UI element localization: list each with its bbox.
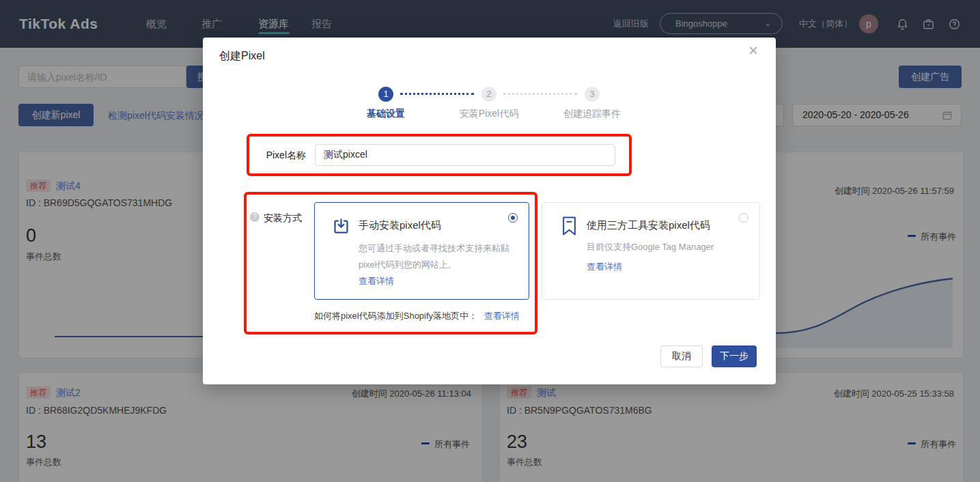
- bookmark-icon: [561, 216, 578, 236]
- step-3-label: 创建追踪事件: [544, 108, 640, 120]
- view-details-link[interactable]: 查看详情: [359, 275, 394, 287]
- step-2-label: 安装Pixel代码: [441, 108, 537, 120]
- pixel-name-input[interactable]: [315, 144, 615, 166]
- option-desc: pixel代码到您的网站上。: [359, 259, 457, 271]
- app-root: TikTok Ads 概览 推广 资源库 报告 返回旧版 Bingoshoppe…: [0, 0, 980, 482]
- close-icon[interactable]: ×: [748, 41, 758, 60]
- shopify-details-link[interactable]: 查看详情: [484, 311, 520, 321]
- step-1-circle: 1: [378, 87, 393, 102]
- next-button[interactable]: 下一步: [712, 345, 757, 367]
- install-method-label: 安装方式: [264, 212, 302, 225]
- view-details-link[interactable]: 查看详情: [587, 261, 622, 273]
- option-desc: 您可通过手动或者寻找技术支持来粘贴: [359, 242, 509, 255]
- question-mark-icon[interactable]: ?: [250, 212, 260, 222]
- step-connector-active: [400, 93, 474, 95]
- step-3-circle: 3: [585, 87, 600, 102]
- shopify-hint: 如何将pixel代码添加到Shopify落地页中： 查看详情: [314, 310, 520, 322]
- install-option-third-party[interactable]: 使用三方工具安装pixel代码 目前仅支持Google Tag Manager …: [542, 202, 760, 300]
- cancel-button[interactable]: 取消: [660, 345, 703, 367]
- option-title: 手动安装pixel代码: [359, 219, 441, 232]
- option-title: 使用三方工具安装pixel代码: [587, 219, 710, 232]
- shopify-hint-text: 如何将pixel代码添加到Shopify落地页中：: [314, 311, 477, 321]
- step-2-circle: 2: [481, 87, 496, 102]
- radio-selected[interactable]: [508, 213, 518, 223]
- create-pixel-modal: 创建Pixel × 1 2 3 基础设置 安装Pixel代码 创建追踪事件 Pi…: [203, 38, 776, 384]
- radio-unselected[interactable]: [739, 213, 748, 223]
- modal-title: 创建Pixel: [219, 49, 265, 63]
- step-1-label: 基础设置: [345, 108, 427, 120]
- install-option-manual[interactable]: 手动安装pixel代码 您可通过手动或者寻找技术支持来粘贴 pixel代码到您的…: [314, 202, 529, 300]
- download-icon: [332, 217, 350, 236]
- option-desc: 目前仅支持Google Tag Manager: [587, 241, 714, 253]
- pixel-name-label: Pixel名称: [246, 150, 306, 162]
- step-connector-inactive: [503, 93, 577, 95]
